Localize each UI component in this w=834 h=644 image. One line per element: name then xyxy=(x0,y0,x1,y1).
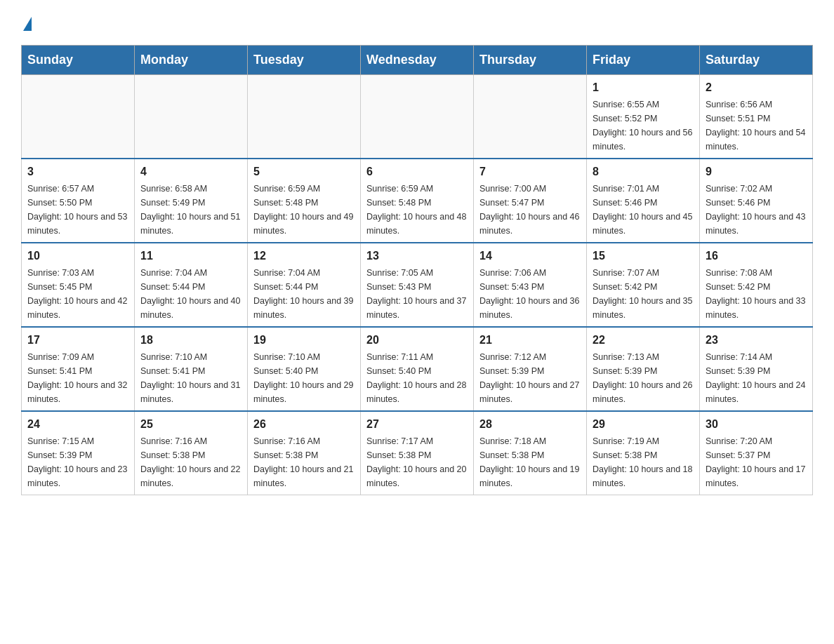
calendar-cell xyxy=(248,75,361,159)
day-number: 6 xyxy=(366,163,468,180)
day-info: Sunrise: 7:02 AMSunset: 5:46 PMDaylight:… xyxy=(706,182,807,238)
day-number: 4 xyxy=(140,163,241,180)
calendar-cell: 25Sunrise: 7:16 AMSunset: 5:38 PMDayligh… xyxy=(135,411,248,495)
page-header xyxy=(21,14,813,31)
calendar-cell: 13Sunrise: 7:05 AMSunset: 5:43 PMDayligh… xyxy=(361,243,474,327)
column-header-sunday: Sunday xyxy=(22,46,135,75)
day-number: 5 xyxy=(253,163,355,180)
calendar-cell: 16Sunrise: 7:08 AMSunset: 5:42 PMDayligh… xyxy=(700,243,813,327)
calendar-cell: 17Sunrise: 7:09 AMSunset: 5:41 PMDayligh… xyxy=(22,327,135,411)
calendar-cell: 12Sunrise: 7:04 AMSunset: 5:44 PMDayligh… xyxy=(248,243,361,327)
calendar-cell xyxy=(474,75,587,159)
day-info: Sunrise: 7:13 AMSunset: 5:39 PMDaylight:… xyxy=(593,350,694,406)
day-info: Sunrise: 6:59 AMSunset: 5:48 PMDaylight:… xyxy=(253,182,355,238)
column-header-monday: Monday xyxy=(135,46,248,75)
calendar-cell: 6Sunrise: 6:59 AMSunset: 5:48 PMDaylight… xyxy=(361,159,474,243)
day-number: 19 xyxy=(253,332,355,349)
day-number: 25 xyxy=(140,416,241,433)
calendar-header-row: SundayMondayTuesdayWednesdayThursdayFrid… xyxy=(22,46,813,75)
column-header-tuesday: Tuesday xyxy=(248,46,361,75)
day-number: 17 xyxy=(27,332,128,349)
calendar-cell: 29Sunrise: 7:19 AMSunset: 5:38 PMDayligh… xyxy=(587,411,700,495)
column-header-thursday: Thursday xyxy=(474,46,587,75)
calendar-cell: 27Sunrise: 7:17 AMSunset: 5:38 PMDayligh… xyxy=(361,411,474,495)
calendar-cell: 21Sunrise: 7:12 AMSunset: 5:39 PMDayligh… xyxy=(474,327,587,411)
calendar-cell: 22Sunrise: 7:13 AMSunset: 5:39 PMDayligh… xyxy=(587,327,700,411)
day-info: Sunrise: 7:00 AMSunset: 5:47 PMDaylight:… xyxy=(479,182,581,238)
calendar-table: SundayMondayTuesdayWednesdayThursdayFrid… xyxy=(21,45,813,495)
day-number: 1 xyxy=(593,79,694,96)
calendar-cell: 2Sunrise: 6:56 AMSunset: 5:51 PMDaylight… xyxy=(700,75,813,159)
day-number: 8 xyxy=(593,163,694,180)
calendar-cell: 20Sunrise: 7:11 AMSunset: 5:40 PMDayligh… xyxy=(361,327,474,411)
day-info: Sunrise: 6:56 AMSunset: 5:51 PMDaylight:… xyxy=(706,98,807,154)
day-info: Sunrise: 6:55 AMSunset: 5:52 PMDaylight:… xyxy=(593,98,694,154)
day-info: Sunrise: 7:19 AMSunset: 5:38 PMDaylight:… xyxy=(593,434,694,490)
day-info: Sunrise: 7:03 AMSunset: 5:45 PMDaylight:… xyxy=(27,266,128,322)
calendar-week-row: 1Sunrise: 6:55 AMSunset: 5:52 PMDaylight… xyxy=(22,75,813,159)
calendar-cell: 26Sunrise: 7:16 AMSunset: 5:38 PMDayligh… xyxy=(248,411,361,495)
column-header-wednesday: Wednesday xyxy=(361,46,474,75)
day-info: Sunrise: 7:07 AMSunset: 5:42 PMDaylight:… xyxy=(593,266,694,322)
calendar-cell: 10Sunrise: 7:03 AMSunset: 5:45 PMDayligh… xyxy=(22,243,135,327)
calendar-cell: 4Sunrise: 6:58 AMSunset: 5:49 PMDaylight… xyxy=(135,159,248,243)
calendar-cell: 3Sunrise: 6:57 AMSunset: 5:50 PMDaylight… xyxy=(22,159,135,243)
day-number: 15 xyxy=(593,248,694,264)
day-info: Sunrise: 7:05 AMSunset: 5:43 PMDaylight:… xyxy=(366,266,468,322)
calendar-cell: 30Sunrise: 7:20 AMSunset: 5:37 PMDayligh… xyxy=(700,411,813,495)
day-info: Sunrise: 7:11 AMSunset: 5:40 PMDaylight:… xyxy=(366,350,468,406)
day-info: Sunrise: 6:57 AMSunset: 5:50 PMDaylight:… xyxy=(27,182,128,238)
day-number: 24 xyxy=(27,416,128,433)
day-info: Sunrise: 7:01 AMSunset: 5:46 PMDaylight:… xyxy=(593,182,694,238)
day-number: 2 xyxy=(706,79,807,96)
day-info: Sunrise: 7:16 AMSunset: 5:38 PMDaylight:… xyxy=(140,434,241,490)
calendar-cell: 7Sunrise: 7:00 AMSunset: 5:47 PMDaylight… xyxy=(474,159,587,243)
calendar-cell: 5Sunrise: 6:59 AMSunset: 5:48 PMDaylight… xyxy=(248,159,361,243)
day-number: 14 xyxy=(479,248,581,264)
calendar-cell xyxy=(22,75,135,159)
day-info: Sunrise: 7:04 AMSunset: 5:44 PMDaylight:… xyxy=(140,266,241,322)
calendar-week-row: 3Sunrise: 6:57 AMSunset: 5:50 PMDaylight… xyxy=(22,159,813,243)
day-number: 20 xyxy=(366,332,468,349)
day-info: Sunrise: 6:59 AMSunset: 5:48 PMDaylight:… xyxy=(366,182,468,238)
day-number: 3 xyxy=(27,163,128,180)
column-header-friday: Friday xyxy=(587,46,700,75)
day-info: Sunrise: 7:08 AMSunset: 5:42 PMDaylight:… xyxy=(706,266,807,322)
day-info: Sunrise: 7:20 AMSunset: 5:37 PMDaylight:… xyxy=(706,434,807,490)
calendar-cell: 9Sunrise: 7:02 AMSunset: 5:46 PMDaylight… xyxy=(700,159,813,243)
day-number: 30 xyxy=(706,416,807,433)
day-number: 28 xyxy=(479,416,581,433)
calendar-cell: 14Sunrise: 7:06 AMSunset: 5:43 PMDayligh… xyxy=(474,243,587,327)
day-number: 7 xyxy=(479,163,581,180)
day-number: 22 xyxy=(593,332,694,349)
day-info: Sunrise: 7:10 AMSunset: 5:41 PMDaylight:… xyxy=(140,350,241,406)
calendar-cell xyxy=(361,75,474,159)
calendar-cell: 23Sunrise: 7:14 AMSunset: 5:39 PMDayligh… xyxy=(700,327,813,411)
day-info: Sunrise: 7:12 AMSunset: 5:39 PMDaylight:… xyxy=(479,350,581,406)
calendar-cell: 8Sunrise: 7:01 AMSunset: 5:46 PMDaylight… xyxy=(587,159,700,243)
calendar-cell xyxy=(135,75,248,159)
day-number: 13 xyxy=(366,248,468,264)
day-number: 29 xyxy=(593,416,694,433)
day-info: Sunrise: 7:16 AMSunset: 5:38 PMDaylight:… xyxy=(253,434,355,490)
calendar-cell: 28Sunrise: 7:18 AMSunset: 5:38 PMDayligh… xyxy=(474,411,587,495)
calendar-cell: 18Sunrise: 7:10 AMSunset: 5:41 PMDayligh… xyxy=(135,327,248,411)
calendar-cell: 19Sunrise: 7:10 AMSunset: 5:40 PMDayligh… xyxy=(248,327,361,411)
calendar-cell: 24Sunrise: 7:15 AMSunset: 5:39 PMDayligh… xyxy=(22,411,135,495)
calendar-cell: 1Sunrise: 6:55 AMSunset: 5:52 PMDaylight… xyxy=(587,75,700,159)
day-number: 26 xyxy=(253,416,355,433)
day-info: Sunrise: 7:14 AMSunset: 5:39 PMDaylight:… xyxy=(706,350,807,406)
day-number: 10 xyxy=(27,248,128,264)
day-number: 27 xyxy=(366,416,468,433)
day-number: 18 xyxy=(140,332,241,349)
day-info: Sunrise: 7:06 AMSunset: 5:43 PMDaylight:… xyxy=(479,266,581,322)
column-header-saturday: Saturday xyxy=(700,46,813,75)
day-info: Sunrise: 7:18 AMSunset: 5:38 PMDaylight:… xyxy=(479,434,581,490)
day-number: 23 xyxy=(706,332,807,349)
calendar-week-row: 10Sunrise: 7:03 AMSunset: 5:45 PMDayligh… xyxy=(22,243,813,327)
day-info: Sunrise: 7:17 AMSunset: 5:38 PMDaylight:… xyxy=(366,434,468,490)
calendar-cell: 15Sunrise: 7:07 AMSunset: 5:42 PMDayligh… xyxy=(587,243,700,327)
logo-triangle-icon xyxy=(23,17,32,31)
calendar-week-row: 24Sunrise: 7:15 AMSunset: 5:39 PMDayligh… xyxy=(22,411,813,495)
day-info: Sunrise: 7:09 AMSunset: 5:41 PMDaylight:… xyxy=(27,350,128,406)
